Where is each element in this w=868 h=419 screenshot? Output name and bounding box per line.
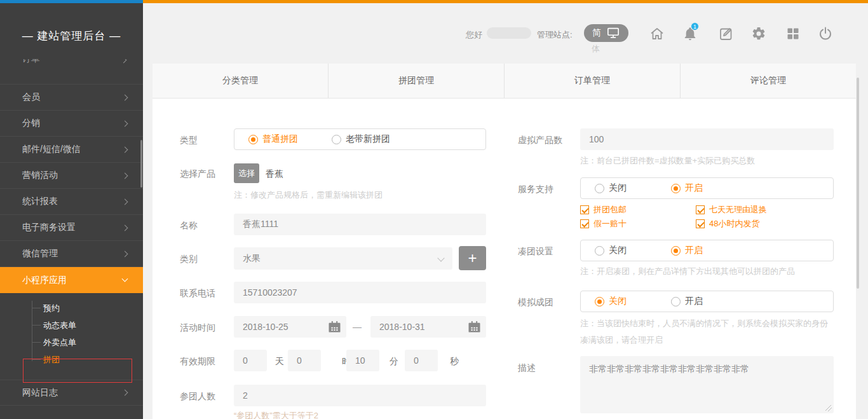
sidebar-item-orders-clipped[interactable]: 订单	[0, 59, 143, 85]
checkbox-fake-one-pay-ten[interactable]: 假一赔十	[580, 218, 627, 230]
sidebar-item-distribution[interactable]: 分销	[0, 111, 143, 137]
validity-minutes-input[interactable]: 10	[346, 350, 379, 371]
sidebar-nav: 订单 会员 分销 邮件/短信/微信 营销活动 统计报表 电子商务设置 微信管理 …	[0, 59, 143, 419]
service-label: 服务支持	[518, 184, 553, 195]
add-category-button[interactable]: +	[459, 246, 486, 270]
checkbox-48h-shipping[interactable]: 48小时内发货	[696, 218, 759, 230]
radio-normal-groupbuy[interactable]: 普通拼团	[248, 134, 298, 145]
service-radio-off[interactable]: 关闭	[595, 182, 627, 194]
description-textarea[interactable]: 非常非常非常非常非常非常非常非常非常	[580, 356, 834, 413]
sidebar-scrollbar-thumb[interactable]	[140, 140, 142, 188]
people-input[interactable]: 2	[234, 385, 486, 406]
tab-order-management[interactable]: 订单管理	[504, 64, 680, 98]
end-date-input[interactable]: 2018-10-31	[370, 316, 486, 338]
manage-site-label: 管理站点:	[537, 29, 573, 41]
calendar-icon[interactable]	[329, 321, 341, 334]
simulate-note: 注：当该团快结束时，人员不满的情况下，则系统会模拟买家的身份凑满该团，请合理开启	[580, 315, 836, 348]
username-redacted	[487, 27, 531, 39]
chevron-right-icon	[122, 224, 128, 231]
unit-seconds: 秒	[450, 356, 459, 367]
tab-groupbuy-management[interactable]: 拼团管理	[328, 64, 504, 98]
validity-seconds-input[interactable]: 0	[405, 350, 438, 371]
description-label: 描述	[518, 362, 536, 374]
category-label: 类别	[180, 254, 198, 265]
calendar-icon[interactable]	[468, 321, 480, 334]
chevron-right-icon	[122, 120, 128, 127]
checkbox-7day-return[interactable]: 七天无理由退换	[696, 204, 767, 216]
tab-comment-management[interactable]: 评论管理	[680, 64, 856, 98]
sidebar-item-mail-sms-wechat[interactable]: 邮件/短信/微信	[0, 137, 143, 163]
name-input[interactable]: 香蕉1111	[234, 214, 486, 235]
product-note: 注：修改产品规格后，需重新编辑该拼团	[234, 189, 383, 201]
checkbox-free-shipping[interactable]: 拼团包邮	[580, 204, 627, 216]
monitor-icon	[607, 27, 620, 39]
sidebar-item-marketing[interactable]: 营销活动	[0, 163, 143, 189]
submenu-item-takeout-order[interactable]: 外卖点单	[0, 334, 143, 351]
validity-days-input[interactable]: 0	[234, 350, 267, 371]
radio-unselected-icon	[595, 246, 604, 256]
sidebar-item-miniprogram-apps[interactable]: 小程序应用	[0, 267, 143, 293]
group-setting-note: 注：开启凑团，则在产品详情下方出现其他可以拼团的产品	[580, 266, 795, 277]
service-radio-on[interactable]: 开启	[671, 182, 703, 194]
validity-hours-input[interactable]: 0	[288, 350, 321, 371]
choose-product-button[interactable]: 选择	[234, 163, 259, 183]
sidebar-submenu: 预约 动态表单 外卖点单 拼团	[0, 293, 143, 380]
radio-selected-icon	[671, 184, 681, 193]
unit-minutes: 分	[390, 356, 398, 367]
greeting-text: 您好	[466, 29, 482, 41]
resize-grip-icon[interactable]	[825, 405, 832, 411]
simulate-radio-on[interactable]: 开启	[671, 296, 703, 307]
sidebar-item-statistics[interactable]: 统计报表	[0, 189, 143, 215]
checkbox-checked-icon	[696, 219, 705, 228]
validity-label: 有效期限	[180, 356, 215, 367]
submenu-tree-line	[32, 301, 32, 361]
lang-sub-character: 体	[592, 43, 600, 55]
phone-label: 联系电话	[180, 288, 215, 299]
chevron-right-icon	[122, 390, 128, 396]
language-switch-pill[interactable]: 简	[584, 24, 628, 42]
unit-days: 天	[275, 356, 284, 367]
type-label: 类型	[180, 135, 198, 146]
chevron-right-icon	[122, 94, 128, 100]
group-setting-label: 凑团设置	[518, 246, 553, 258]
checkbox-checked-icon	[580, 219, 589, 228]
product-label: 选择产品	[180, 168, 215, 180]
start-date-input[interactable]: 2018-10-25	[234, 316, 346, 338]
virtual-count-input[interactable]: 100	[580, 128, 834, 150]
category-select[interactable]: 水果	[234, 247, 452, 270]
virtual-count-label: 虚拟产品数	[518, 135, 562, 146]
notifications-bell-icon[interactable]: 1	[682, 26, 698, 41]
sidebar-item-members[interactable]: 会员	[0, 85, 143, 111]
apps-grid-icon[interactable]	[785, 26, 801, 41]
edit-icon[interactable]	[719, 26, 734, 41]
group-radio-on[interactable]: 开启	[671, 245, 703, 256]
tab-category-management[interactable]: 分类管理	[153, 64, 328, 98]
home-icon[interactable]	[649, 26, 665, 41]
simulate-label: 模拟成团	[518, 297, 553, 308]
simulate-radio-off[interactable]: 关闭	[595, 296, 627, 307]
content-card: 分类管理 拼团管理 订单管理 评论管理 类型 普通拼团 老带新拼团 选择产品 选…	[153, 64, 856, 419]
sidebar-item-wechat-management[interactable]: 微信管理	[0, 241, 143, 267]
sidebar-item-site-log[interactable]: 网站日志	[0, 380, 143, 406]
time-label: 活动时间	[180, 322, 215, 334]
radio-unselected-icon	[595, 184, 604, 193]
group-radio-off[interactable]: 关闭	[595, 245, 627, 256]
simulate-radio-group: 关闭 开启	[580, 291, 834, 312]
power-icon[interactable]	[818, 26, 833, 41]
chevron-down-icon	[437, 254, 444, 261]
bell-badge: 1	[691, 22, 699, 31]
people-label: 参团人数	[180, 391, 215, 402]
settings-gear-icon[interactable]	[751, 26, 766, 41]
submenu-item-dynamic-form[interactable]: 动态表单	[0, 317, 143, 334]
chevron-right-icon	[122, 251, 128, 257]
chevron-right-icon	[121, 59, 127, 63]
main-scrollbar-thumb[interactable]	[857, 78, 859, 289]
group-radio-group: 关闭 开启	[580, 240, 834, 261]
submenu-item-booking[interactable]: 预约	[0, 299, 143, 317]
chevron-right-icon	[122, 198, 128, 205]
service-radio-group: 关闭 开启	[580, 177, 834, 199]
sidebar: — 建站管理后台 — 订单 会员 分销 邮件/短信/微信 营销活动 统计报表 电…	[0, 3, 143, 419]
radio-old-new-groupbuy[interactable]: 老带新拼团	[332, 134, 390, 145]
sidebar-item-ecommerce-settings[interactable]: 电子商务设置	[0, 215, 143, 241]
phone-input[interactable]: 15710023207	[234, 282, 486, 303]
